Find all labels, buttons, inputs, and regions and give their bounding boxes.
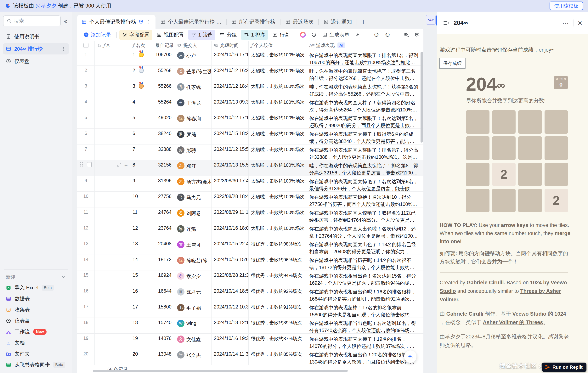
cell-a[interactable]: [95, 129, 130, 144]
column-header-performance[interactable]: A≡ 游戏表现 AI: [307, 41, 420, 50]
insert-row-icon[interactable]: +: [124, 162, 128, 169]
cell-submitter[interactable]: 雪王雪可: [175, 239, 211, 255]
run-on-replit-button[interactable]: Run on Replit: [542, 363, 587, 372]
cell-a[interactable]: [95, 66, 130, 81]
creator-mention-link[interactable]: @孝夕夕: [36, 3, 56, 9]
cell-time[interactable]: 2024/10/16 18:01: [211, 223, 249, 239]
cell-a[interactable]: [95, 97, 130, 113]
use-template-button[interactable]: 使用该模板: [550, 1, 583, 10]
cell-performance[interactable]: 你在游戏中的表现简直太惊艳了！名次达到第9名，最佳得分31396分，个人段位更是…: [307, 176, 420, 192]
cell-best-score[interactable]: 13048: [153, 349, 175, 365]
horizontal-scrollbar[interactable]: [93, 370, 348, 372]
new-menu-item-3[interactable]: 仪表盘: [3, 315, 69, 326]
search-records-icon[interactable]: [404, 32, 409, 38]
cell-tier[interactable]: 太酷啦，击败约100%场次: [249, 81, 307, 97]
new-menu-item-7[interactable]: 从飞书表格同步Beta: [3, 359, 69, 370]
cell-best-score[interactable]: 32888: [153, 145, 175, 160]
cell-submitter[interactable]: 芒芒果(陈生强): [175, 66, 211, 81]
cell-time[interactable]: 2024/10/12 10:36: [211, 302, 249, 318]
new-menu-item-4[interactable]: 工作流New: [3, 326, 69, 337]
cell-best-score[interactable]: 31396: [153, 176, 175, 192]
cell-performance[interactable]: 你在游戏中的表现相当出色呢！16名的排名很棒，16644的得分是实力的证明，能击…: [307, 286, 420, 302]
vertical-scrollbar[interactable]: [420, 52, 423, 143]
cell-performance[interactable]: 你在游戏中的表现简直太出色啦！名次达到12，还拿下23764的分，个人段位更是超…: [307, 223, 420, 239]
cell-rank[interactable]: 13: [130, 239, 153, 255]
cell-performance[interactable]: 你在游戏中的表现相当出色！20名的排名很靠前，13048的得分是令人钦佩，而且段…: [307, 349, 420, 365]
cell-best-score[interactable]: 15740: [153, 318, 175, 333]
cell-best-score[interactable]: 23764: [153, 223, 175, 239]
cell-submitter[interactable]: 陈陈君元: [175, 286, 211, 302]
table-row[interactable]: 12 12 23764 连连懿 2024/10/16 18:01 太酷啦，击败约…: [77, 223, 423, 239]
cell-tier[interactable]: 很优秀，击败约87%场次: [249, 334, 307, 349]
filter-button[interactable]: 1 筛选: [188, 30, 215, 40]
cell-tier[interactable]: 太酷啦，击败约100%场次: [249, 223, 307, 239]
table-row[interactable]: 7 7 32888 彭彭骋 2024/10/12 15:54 太酷啦，击败约10…: [77, 145, 423, 160]
comment-icon[interactable]: [415, 32, 420, 38]
cell-tier[interactable]: 太酷啦，击败约100%场次: [249, 160, 307, 176]
cell-rank[interactable]: 15: [130, 270, 153, 286]
sidebar-item-0[interactable]: 使用说明书: [3, 31, 69, 42]
expand-record-icon[interactable]: [116, 162, 122, 167]
cell-submitter[interactable]: 卷刘阿卷: [175, 207, 211, 223]
cell-tier[interactable]: 太酷啦，击败约100%场次: [249, 145, 307, 160]
cell-tier[interactable]: 太酷啦，击败约100%场次: [249, 97, 307, 113]
cell-submitter[interactable]: Wwing: [175, 318, 211, 333]
cell-time[interactable]: 2023/08/28 18:42: [211, 192, 249, 207]
cell-tier[interactable]: 太酷啦，击败约100%场次: [249, 66, 307, 81]
group-button[interactable]: 分组: [217, 30, 240, 40]
table-row[interactable]: 10 10 27756 马马力元 2023/08/28 18:42 太酷啦，击败…: [77, 192, 423, 207]
cell-performance[interactable]: 你在游戏中的表现超棒！17名的排名很靠前，15800的得分也是相当可观，个人段位…: [307, 302, 420, 318]
cell-rank[interactable]: 19: [130, 334, 153, 349]
cell-submitter[interactable]: 木汤方杰(金木): [175, 176, 211, 192]
cell-time[interactable]: 2023/08/30 17:49: [211, 176, 249, 192]
tab-1[interactable]: 个人最佳记录排行榜 …: [156, 15, 226, 29]
cell-submitter[interactable]: 马马力元: [175, 192, 211, 207]
cell-a[interactable]: [95, 255, 130, 270]
cell-submitter[interactable]: 王王泽龙: [175, 97, 211, 113]
ai-automation-icon[interactable]: [300, 32, 306, 38]
cell-performance[interactable]: 你在游戏中的表现简直太出色了！13名的排名已经相当靠前，20408的得分更是证明…: [307, 239, 420, 255]
cell-a[interactable]: [95, 239, 130, 255]
table-row[interactable]: 13 13 20408 雪王雪可 2024/10/15 22:46 很优秀，击败…: [77, 239, 423, 255]
tab-3[interactable]: 最近场次: [281, 15, 318, 29]
new-menu-item-0[interactable]: 导入 ExcelBeta: [3, 282, 69, 293]
generate-form-button[interactable]: 生成表单: [322, 30, 349, 40]
table-row[interactable]: 18 18 15740 Wwing 2024/10/18 12:12 很优秀，击…: [77, 318, 423, 334]
ai-assistant-button[interactable]: [404, 350, 417, 363]
cell-performance[interactable]: 你在游戏中的表现简直太棒了！获得第四名的好名次，得分高达55264，个人段位还能…: [307, 97, 420, 113]
cell-performance[interactable]: 你在游戏中的表现简直太惊艳了！取得名次11就已经很厉害，还得到24764的高分。…: [307, 207, 420, 223]
redo-icon[interactable]: ↻: [385, 31, 390, 39]
collapse-sidebar-icon[interactable]: «: [62, 17, 69, 24]
cell-a[interactable]: [95, 334, 130, 349]
cell-tier[interactable]: 很优秀，击败约89%场次: [249, 318, 307, 333]
cell-rank[interactable]: 12: [130, 223, 153, 239]
game-board[interactable]: 22: [466, 110, 568, 212]
chevron-down-icon[interactable]: [61, 274, 66, 280]
cell-rank[interactable]: 18: [130, 318, 153, 333]
table-row[interactable]: 5 5 49020 陈陈春润 2024/10/12 17:15 太酷啦，击败约1…: [77, 113, 423, 129]
undo-icon[interactable]: ↺: [374, 31, 379, 39]
share-icon[interactable]: [355, 32, 360, 38]
save-score-button[interactable]: 保存成绩: [439, 58, 465, 69]
cell-rank[interactable]: 20: [130, 349, 153, 365]
cell-time[interactable]: 2024/10/16 15:01: [211, 255, 249, 270]
column-header-best-score[interactable]: 最佳记录: [153, 41, 175, 50]
cell-submitter[interactable]: 邓邓汀: [175, 160, 211, 176]
cell-tier[interactable]: 很优秀，击败约96%场次: [249, 255, 307, 270]
cell-submitter[interactable]: 连连懿: [175, 223, 211, 239]
cell-submitter[interactable]: 孔孔家锐: [175, 81, 211, 97]
cell-time[interactable]: 2024/10/16 19:34: [211, 334, 249, 349]
collapse-panel-icon[interactable]: [443, 20, 449, 26]
cell-a[interactable]: [95, 207, 130, 223]
view-config-button[interactable]: 视图配置: [154, 30, 187, 40]
cell-time[interactable]: 2024/10/14 11:38: [211, 349, 249, 365]
cell-submitter[interactable]: 文文佳鑫: [175, 334, 211, 349]
cell-tier[interactable]: 很优秀，击败约94%场次: [249, 270, 307, 286]
cell-time[interactable]: 2024/10/15 18:27: [211, 129, 249, 144]
cell-a[interactable]: [95, 176, 130, 192]
cell-rank[interactable]: 2: [130, 66, 153, 81]
cell-tier[interactable]: 太酷啦，击败约100%场次: [249, 129, 307, 144]
cell-performance[interactable]: 你在游戏中的表现简直太耀眼了！排名第1名，得到106700的高分，还能击败约10…: [307, 50, 420, 65]
cell-a[interactable]: [95, 223, 130, 239]
cell-submitter[interactable]: 卢小卢: [175, 50, 211, 65]
